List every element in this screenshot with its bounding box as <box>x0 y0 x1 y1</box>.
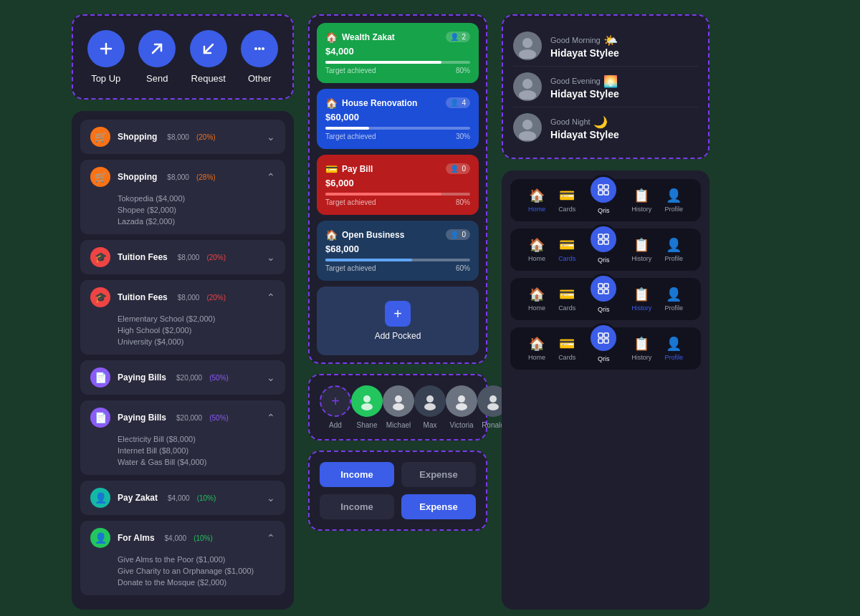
night-text: Good Night 🌙 Hidayat Stylee <box>550 115 698 140</box>
expense-btn-active[interactable]: Expense <box>401 494 476 519</box>
nav-history-2[interactable]: 📋 History <box>631 237 651 262</box>
budget-tuition-header-2[interactable]: 🎓 Tuition Fees $8,000 (20%) ⌃ <box>90 287 275 307</box>
nav-qris-2[interactable]: Qris <box>588 236 618 264</box>
budget-alms-header[interactable]: 👤 For Alms $4,000 (10%) ⌃ <box>90 528 275 548</box>
nav-cards-2[interactable]: 💳 Cards <box>558 237 575 262</box>
svg-rect-33 <box>598 289 603 294</box>
nav-cards-4[interactable]: 💳 Cards <box>558 336 575 361</box>
svg-point-17 <box>522 38 532 48</box>
action-request[interactable]: Request <box>190 30 227 84</box>
nav-home-2[interactable]: 🏠 Home <box>528 237 545 262</box>
nav-home-4[interactable]: 🏠 Home <box>528 336 545 361</box>
nav-history-4[interactable]: 📋 History <box>631 336 651 361</box>
svg-point-21 <box>522 120 532 130</box>
evening-avatar <box>513 72 542 101</box>
nav-row-profile-active: 🏠 Home 💳 Cards Qris 📋 History <box>510 327 701 370</box>
victoria-name: Victoria <box>449 421 473 429</box>
action-other[interactable]: Other <box>241 30 278 84</box>
add-contact-icon: + <box>320 385 351 417</box>
income-btn-inactive[interactable]: Income <box>320 494 394 519</box>
income-btn-active[interactable]: Income <box>320 462 394 487</box>
nav-cards-1[interactable]: 💳 Cards <box>558 188 575 213</box>
savings-card-wealth-zakat[interactable]: 🏠 Wealth Zakat 👤2 $4,000 Target achieved… <box>317 23 479 83</box>
svg-point-7 <box>363 395 371 403</box>
contact-michael[interactable]: Michael <box>383 385 414 429</box>
open-business-target: Target achieved60% <box>325 264 470 272</box>
sub-lazada: Lazada ($2,000) <box>118 216 275 227</box>
budget-shopping-name-2: Shopping <box>118 172 157 182</box>
sub-orphanage: Give Charity to an Orphanage ($1,000) <box>118 565 275 577</box>
action-send[interactable]: Send <box>138 30 176 84</box>
svg-rect-25 <box>598 191 603 195</box>
nav-qris-1[interactable]: Qris <box>588 186 618 214</box>
svg-point-22 <box>519 131 536 140</box>
add-pocket-icon: + <box>385 301 411 327</box>
budget-zakat-pct: (10%) <box>197 494 216 502</box>
pay-bill-badge: 👤0 <box>446 163 470 174</box>
nav-home-3[interactable]: 🏠 Home <box>528 287 545 312</box>
svg-point-12 <box>424 403 436 410</box>
home-icon-4: 🏠 <box>529 336 545 352</box>
nav-qris-3[interactable]: Qris <box>588 285 618 313</box>
savings-card-open-business[interactable]: 🏠 Open Business 👤0 $68,000 Target achiev… <box>317 221 479 281</box>
contact-add[interactable]: + Add <box>320 385 351 429</box>
svg-rect-36 <box>604 333 608 337</box>
nav-profile-3[interactable]: 👤 Profile <box>664 287 683 312</box>
contact-shane[interactable]: Shane <box>351 385 383 429</box>
nav-cards-label-3: Cards <box>558 304 575 312</box>
sub-shopee: Shopee ($2,000) <box>118 204 275 216</box>
action-topup[interactable]: Top Up <box>87 30 125 84</box>
nav-qris-4[interactable]: Qris <box>588 335 618 362</box>
budget-shopping-pct-2: (28%) <box>196 173 216 181</box>
budget-panel: 🛒 Shopping $8,000 (20%) ⌄ 🛒 Shopping $8,… <box>72 111 294 610</box>
greeting-morning: Good Morning 🌤️ Hidayat Stylee <box>513 26 698 67</box>
evening-text: Good Evening 🌅 Hidayat Stylee <box>550 74 698 100</box>
pay-bill-target: Target achieved80% <box>325 198 470 206</box>
nav-history-1[interactable]: 📋 History <box>631 188 651 213</box>
history-icon-2: 📋 <box>634 237 649 253</box>
svg-point-5 <box>258 47 261 50</box>
contact-max[interactable]: Max <box>414 385 446 429</box>
home-icon-3: 🏠 <box>529 287 545 302</box>
add-pocket-card[interactable]: + Add Pocked <box>317 287 479 355</box>
nav-cards-3[interactable]: 💳 Cards <box>558 287 575 312</box>
budget-bills-header-2[interactable]: 📄 Paying Bills $20,000 (50%) ⌃ <box>90 408 275 428</box>
nav-profile-2[interactable]: 👤 Profile <box>664 237 683 262</box>
bottomnav-section: 🏠 Home 💳 Cards Qris 📋 History <box>502 170 710 610</box>
budget-zakat[interactable]: 👤 Pay Zakat $4,000 (10%) ⌄ <box>80 481 285 515</box>
chevron-up-icon-1: ⌃ <box>267 171 275 183</box>
budget-shopping-header-2[interactable]: 🛒 Shopping $8,000 (28%) ⌃ <box>90 167 275 187</box>
budget-tuition-collapsed[interactable]: 🎓 Tuition Fees $8,000 (20%) ⌄ <box>80 240 285 274</box>
nav-profile-1[interactable]: 👤 Profile <box>664 188 683 213</box>
budget-bills-pct-2: (50%) <box>209 414 229 422</box>
svg-rect-35 <box>598 333 603 337</box>
budget-zakat-amount: $4,000 <box>168 494 190 502</box>
budget-bills-amount-1: $20,000 <box>176 374 202 382</box>
request-label: Request <box>191 73 226 84</box>
nav-profile-4[interactable]: 👤 Profile <box>664 336 683 361</box>
history-icon-1: 📋 <box>634 188 649 203</box>
svg-point-6 <box>262 47 264 50</box>
profile-icon-1: 👤 <box>666 188 682 203</box>
budget-shopping-collapsed[interactable]: 🛒 Shopping $8,000 (20%) ⌄ <box>80 120 285 154</box>
savings-card-house-renovation[interactable]: 🏠 House Renovation 👤4 $60,000 Target ach… <box>317 89 479 149</box>
svg-point-4 <box>254 47 257 50</box>
savings-card-pay-bill[interactable]: 💳 Pay Bill 👤0 $6,000 Target achieved80% <box>317 155 479 215</box>
quick-actions-panel: Top Up Send Request Oth <box>72 14 294 100</box>
nav-home-1[interactable]: 🏠 Home <box>528 188 545 213</box>
nav-history-3[interactable]: 📋 History <box>631 287 651 312</box>
budget-bills-collapsed[interactable]: 📄 Paying Bills $20,000 (50%) ⌄ <box>80 360 285 395</box>
contact-victoria[interactable]: Victoria <box>446 385 477 429</box>
svg-point-8 <box>361 403 373 410</box>
victoria-avatar <box>446 385 477 417</box>
main-content: Top Up Send Request Oth <box>72 14 846 602</box>
max-name: Max <box>424 421 437 429</box>
budget-tuition-name-1: Tuition Fees <box>118 252 168 262</box>
svg-point-14 <box>456 403 467 410</box>
send-label: Send <box>146 73 168 84</box>
expense-btn-inactive[interactable]: Expense <box>401 462 476 487</box>
wealth-zakat-amount: $4,000 <box>325 46 470 57</box>
cards-icon-4: 💳 <box>559 336 575 352</box>
wealth-zakat-target: Target achieved80% <box>325 67 470 74</box>
budget-bills-pct-1: (50%) <box>209 374 229 382</box>
